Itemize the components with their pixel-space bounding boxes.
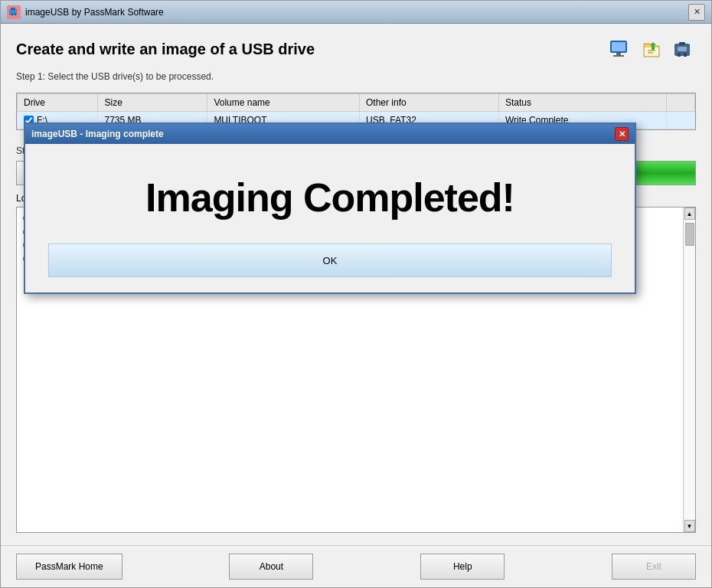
step1-label: Step 1: Select the USB drive(s) to be pr… [16,71,696,82]
dialog-title-bar: imageUSB - Imaging complete ✕ [25,124,635,144]
col-drive: Drive [18,94,98,112]
window-title: imageUSB by PassMark Software [25,7,688,18]
file-icon [638,36,665,64]
col-volume: Volume name [207,94,360,112]
main-content: Create and write an image of a USB drive [1,24,711,545]
usb-icon [668,36,696,64]
col-otherinfo: Other info [360,94,499,112]
title-bar: imageUSB by PassMark Software ✕ [1,1,711,24]
svg-rect-10 [678,53,681,57]
app-icon [7,5,21,19]
svg-rect-7 [613,55,624,57]
scrollbar-thumb[interactable] [685,223,694,246]
col-size: Size [98,94,207,112]
col-extra [666,94,694,112]
svg-rect-11 [684,53,687,57]
about-button[interactable]: About [229,554,313,580]
svg-rect-6 [616,53,621,55]
bottom-bar: PassMark Home About Help Exit [1,545,711,587]
dialog-close-button[interactable]: ✕ [615,127,629,141]
svg-rect-1 [11,8,15,10]
svg-rect-2 [11,13,13,15]
table-header-row: Drive Size Volume name Other info Status [18,94,695,112]
dialog-body: Imaging Completed! OK [25,144,635,292]
monitor-icon [607,36,635,64]
extra-cell [666,112,694,129]
svg-rect-3 [15,13,16,15]
main-title-container: Create and write an image of a USB drive [16,41,315,60]
header-row: Create and write an image of a USB drive [16,36,696,64]
imaging-completed-message: Imaging Completed! [48,175,612,220]
dialog-ok-button[interactable]: OK [48,243,612,277]
toolbar-icons [607,36,696,64]
main-title: Create and write an image of a USB drive [16,41,315,58]
imaging-complete-dialog: imageUSB - Imaging complete ✕ Imaging Co… [24,122,636,294]
svg-rect-12 [678,47,687,51]
scrollbar-down-button[interactable]: ▼ [684,520,695,532]
window-close-button[interactable]: ✕ [688,4,705,21]
help-button[interactable]: Help [420,554,505,580]
passmark-home-button[interactable]: PassMark Home [16,554,122,580]
scrollbar-up-button[interactable]: ▲ [684,207,695,220]
dialog-title-text: imageUSB - Imaging complete [31,129,615,139]
svg-rect-5 [612,42,625,51]
log-scrollbar: ▲ ▼ [683,207,695,532]
main-window: imageUSB by PassMark Software ✕ Create a… [0,0,712,588]
exit-button[interactable]: Exit [612,554,696,580]
svg-rect-9 [679,42,685,45]
scrollbar-track [684,220,695,520]
col-status: Status [498,94,666,112]
